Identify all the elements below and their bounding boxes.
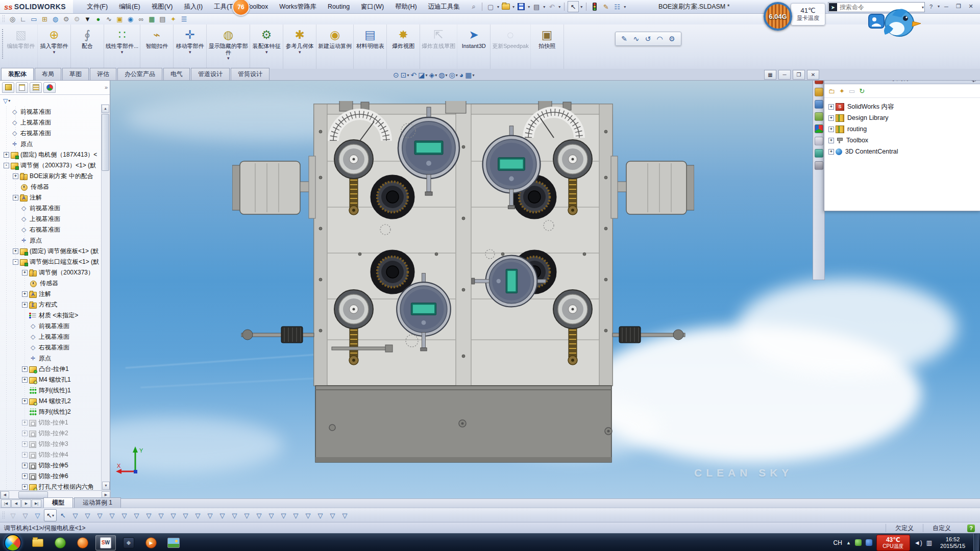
tree-row[interactable]: 前视基准面 (0, 203, 110, 214)
selection-filter-icon[interactable] (82, 510, 93, 521)
tree-row[interactable]: 调节侧（200X373） (0, 267, 110, 278)
tab-configuration-manager[interactable] (30, 82, 42, 93)
selection-filter-icon[interactable] (265, 510, 277, 521)
addin-tool-icon[interactable] (29, 14, 39, 23)
addin-tool-icon[interactable] (179, 14, 189, 23)
command-button[interactable]: 插入零部件 (38, 24, 71, 69)
command-button[interactable]: 移动零部件 (174, 24, 207, 69)
addin-tool-icon[interactable] (71, 14, 82, 23)
selection-filter-icon[interactable] (314, 510, 326, 521)
menu-item[interactable]: 窗口(W) (355, 1, 389, 13)
ribbon-tab[interactable]: 草图 (62, 68, 89, 80)
floating-tool-icon[interactable] (621, 35, 627, 43)
antivirus-tray-icon[interactable] (855, 539, 862, 546)
cad-model[interactable] (232, 101, 694, 468)
tree-item-label[interactable]: M4 螺纹孔1 (39, 375, 71, 384)
tree-row[interactable]: 上视基准面 (0, 117, 110, 128)
tree-row[interactable]: 打孔尺寸根据内六角 (0, 482, 110, 490)
selection-filter-icon[interactable] (106, 510, 118, 521)
menu-item[interactable]: 迈迪工具集 (423, 1, 466, 13)
tree-item-label[interactable]: 上视基准面 (30, 215, 60, 223)
tree-row[interactable]: 原点 (0, 235, 110, 246)
expand-toggle[interactable] (828, 115, 834, 121)
addin-tool-icon[interactable] (82, 14, 93, 23)
tree-item-label[interactable]: 原点 (30, 236, 42, 245)
magnifier-icon[interactable]: ⌕ (469, 2, 479, 12)
tree-item-label[interactable]: 右视基准面 (20, 129, 51, 138)
refresh-icon[interactable]: ↻ (859, 87, 865, 95)
command-button[interactable]: 编辑零部件 (5, 24, 38, 69)
command-button[interactable]: 参考几何体 (283, 24, 316, 69)
selection-filter-icon[interactable] (204, 510, 216, 521)
tree-item-label[interactable]: 注解 (30, 193, 42, 202)
taskpane-tab-appearances[interactable] (815, 124, 823, 133)
library-item-label[interactable]: Design Library (847, 114, 889, 121)
close-button[interactable]: ✕ (965, 2, 977, 12)
tree-item-label[interactable]: 切除-拉伸3 (38, 440, 68, 448)
configuration-state[interactable]: 自定义 (923, 524, 960, 532)
library-item-label[interactable]: Toolbox (846, 137, 868, 144)
view-tool-icon[interactable] (449, 71, 458, 79)
tree-item-label[interactable]: 调节侧（200X373）<1> (默 (20, 161, 96, 170)
restore-button[interactable]: ❐ (952, 2, 965, 12)
addin-tool-icon[interactable] (114, 14, 125, 23)
command-button[interactable]: 爆炸视图 (387, 24, 420, 69)
command-button[interactable]: 新建运动算例 (316, 24, 354, 69)
tree-row[interactable]: 方程式 (0, 299, 110, 310)
selection-filter-icon[interactable] (290, 510, 302, 521)
tree-row[interactable]: 传感器 (0, 278, 110, 289)
tree-item-label[interactable]: 原点 (20, 140, 33, 148)
tree-item-label[interactable]: 前视基准面 (20, 108, 51, 116)
open-document-icon[interactable] (501, 2, 511, 12)
taskpane-tab-file-explorer[interactable] (815, 100, 823, 109)
addin-tool-icon[interactable] (168, 14, 179, 23)
doc-close-button[interactable]: ✕ (807, 70, 819, 80)
expand-toggle[interactable] (828, 127, 834, 132)
tree-item-label[interactable]: 切除-拉伸5 (38, 461, 68, 470)
tree-row[interactable]: 右视基准面 (0, 342, 110, 353)
tree-row[interactable]: 原点 (0, 139, 110, 149)
add-to-library-icon[interactable]: 🗀 (828, 87, 835, 95)
expand-toggle[interactable] (828, 149, 834, 155)
floating-tool-icon[interactable] (645, 35, 651, 43)
ribbon-tab[interactable]: 布局 (35, 68, 61, 80)
taskbar-app-media-player[interactable]: ▶ (141, 536, 161, 550)
addin-tool-icon[interactable] (136, 14, 146, 23)
taskpane-tab-custom-properties[interactable] (815, 137, 823, 145)
command-button[interactable]: 配合 (71, 24, 104, 69)
addin-tool-icon[interactable] (7, 14, 18, 23)
command-button[interactable]: Instant3D (457, 24, 491, 69)
selection-filter-icon[interactable] (57, 510, 69, 521)
tray-expand-icon[interactable]: ▲ (846, 540, 851, 545)
tree-item-label[interactable]: M4 螺纹孔2 (39, 397, 71, 406)
addin-tool-icon[interactable] (146, 14, 157, 23)
add-file-location-icon[interactable]: ✦ (839, 87, 845, 95)
selection-filter-icon[interactable] (241, 510, 253, 521)
expand-toggle[interactable] (4, 163, 9, 168)
expand-toggle[interactable] (22, 452, 28, 458)
selection-filter-icon[interactable] (327, 510, 338, 521)
taskbar-app-browser-green[interactable] (51, 536, 70, 550)
selection-filter-icon[interactable] (180, 510, 191, 521)
addin-tool-icon[interactable] (157, 14, 168, 23)
menu-item[interactable]: 插入(I) (178, 1, 208, 13)
library-tree-row[interactable]: Toolbox (826, 135, 978, 146)
library-tree-row[interactable]: 3D ContentCentral (826, 146, 978, 157)
taskpane-tab-view-palette[interactable] (815, 112, 823, 121)
next-tab-button[interactable]: ▶ (21, 499, 31, 508)
tree-row[interactable]: 切除-拉伸6 (0, 471, 110, 482)
gpu-temperature-overlay[interactable]: 41℃ 显卡温度 (791, 3, 825, 26)
floating-tool-icon[interactable] (657, 35, 663, 43)
document-tab[interactable]: 运动算例 1 (74, 497, 121, 508)
view-tool-icon[interactable] (410, 71, 416, 79)
tree-row[interactable]: (固定) 调节侧座板<1> (默 (0, 246, 110, 257)
taskbar-app-explorer[interactable] (28, 536, 47, 550)
tree-item-label[interactable]: 上视基准面 (39, 333, 69, 341)
tree-row[interactable]: 上视基准面 (0, 214, 110, 224)
tree-row[interactable]: 阵列(线性)1 (0, 385, 110, 396)
selection-filter-icon[interactable] (192, 510, 204, 521)
tree-row[interactable]: 调节侧（200X373）<1> (默 (0, 160, 110, 171)
create-folder-icon[interactable]: ▭ (849, 87, 855, 95)
ribbon-tab[interactable]: 电气 (163, 68, 190, 80)
expand-toggle[interactable] (13, 195, 18, 201)
